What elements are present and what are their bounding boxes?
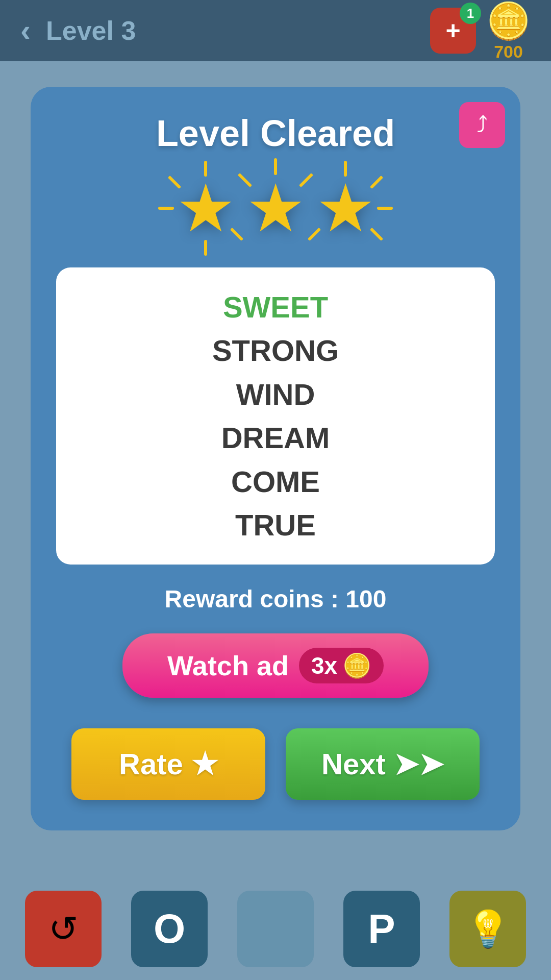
next-button-label: Next ➤➤	[321, 747, 444, 781]
share-button[interactable]: ⤴	[459, 102, 505, 148]
word-strong: STRONG	[212, 331, 339, 370]
blank-button	[237, 891, 314, 967]
words-box: SWEET STRONG WIND DREAM COME TRUE	[56, 267, 495, 565]
star-3	[316, 169, 375, 247]
level-title: Level 3	[46, 15, 136, 46]
coins-display: 🪙 700	[486, 0, 531, 62]
star-3-wrap	[316, 169, 375, 247]
word-come: COME	[231, 462, 320, 501]
rate-button[interactable]: Rate ★	[71, 728, 265, 800]
p-icon: P	[368, 905, 395, 952]
share-icon: ⤴	[477, 112, 488, 138]
bottom-toolbar: ↺ O P 💡	[0, 878, 551, 980]
watch-ad-multiplier: 3x	[311, 652, 337, 679]
watch-ad-coin-icon: 🪙	[342, 652, 371, 679]
o-button[interactable]: O	[131, 891, 208, 967]
badge-count: 1	[460, 3, 481, 24]
word-dream: DREAM	[221, 419, 330, 457]
modal-title: Level Cleared	[156, 112, 395, 154]
stars-container	[176, 169, 375, 247]
p-button[interactable]: P	[343, 891, 420, 967]
coin-count: 700	[494, 42, 523, 62]
watch-ad-label: Watch ad	[167, 650, 289, 681]
plus-badge[interactable]: + 1	[430, 8, 476, 54]
header-right: + 1 🪙 700	[430, 0, 531, 62]
reward-text: Reward coins : 100	[165, 585, 387, 613]
word-true: TRUE	[235, 506, 316, 544]
refresh-button[interactable]: ↺	[25, 891, 102, 967]
word-wind: WIND	[236, 375, 315, 413]
refresh-icon: ↺	[48, 908, 79, 950]
level-cleared-modal: ⤴ Level Cleared	[31, 87, 520, 830]
bulb-icon: 💡	[466, 908, 510, 950]
bottom-buttons: Rate ★ Next ➤➤	[56, 728, 495, 800]
word-sweet: SWEET	[223, 288, 328, 326]
plus-icon: +	[445, 16, 460, 45]
rate-button-label: Rate ★	[119, 747, 218, 781]
hint-button[interactable]: 💡	[449, 891, 526, 967]
back-button[interactable]: ‹	[20, 15, 31, 46]
watch-ad-badge: 3x 🪙	[299, 648, 384, 683]
next-button[interactable]: Next ➤➤	[286, 728, 480, 800]
coin-icon: 🪙	[486, 0, 531, 42]
watch-ad-button[interactable]: Watch ad 3x 🪙	[122, 633, 429, 698]
header: ‹ Level 3 + 1 🪙 700	[0, 0, 551, 61]
o-icon: O	[154, 905, 185, 952]
